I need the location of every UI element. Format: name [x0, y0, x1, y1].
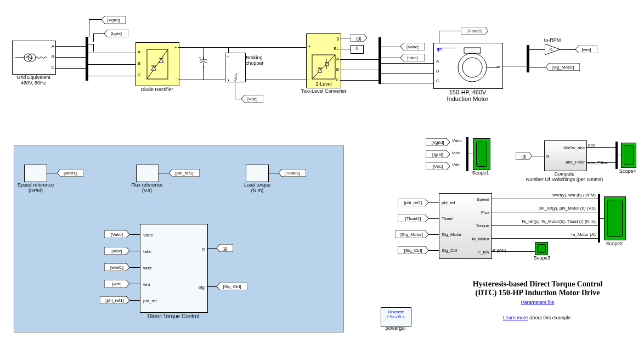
rectifier-label: Diode Rectifier [135, 87, 178, 92]
scope2-block[interactable] [604, 196, 626, 240]
port: C [436, 78, 439, 83]
braking-chopper-block[interactable]: + - Vdc [225, 53, 246, 82]
from-phiref1-dtc[interactable]: [phi_ref1] [100, 296, 129, 304]
powergui-label: powergui [381, 325, 410, 331]
port: B [336, 67, 339, 72]
motor-label: 150-HP, 460V Induction Motor [433, 89, 502, 102]
load-torque-label: Load torque (N.m) [238, 182, 276, 193]
scope3-block[interactable] [535, 242, 548, 255]
goto-wm[interactable]: [wm] [575, 46, 597, 53]
port: B [52, 54, 54, 59]
scope1-block[interactable] [473, 138, 490, 170]
diagram-title: Hysteresis-based Direct Torque Control (… [439, 280, 636, 297]
goto-g-dtc[interactable]: [g] [217, 244, 233, 252]
from-tload1[interactable]: [Tload1] [461, 27, 488, 35]
mux-bar [379, 37, 381, 84]
compute-switching-block[interactable]: g NbSw_abc abc_Filter [544, 140, 587, 171]
scope4-block[interactable] [621, 143, 636, 168]
braking-label: Braking chopper [246, 55, 273, 66]
port: - [176, 76, 177, 81]
goto-vgrid[interactable]: [Vgrid] [101, 16, 126, 24]
constant-zero[interactable]: 0 [351, 45, 364, 54]
gain-label: to-RPM [541, 37, 564, 43]
svg-marker-9 [159, 58, 163, 63]
port: B [138, 61, 140, 66]
from-wref1-dtc[interactable]: [wref1] [104, 263, 129, 271]
goto-sigctrl-dtc[interactable]: [Sig_Ctrl] [217, 283, 247, 290]
port: C [138, 72, 141, 77]
goto-iabc[interactable]: [Iabc] [400, 54, 425, 61]
port: - [308, 77, 310, 82]
port: A [336, 57, 339, 61]
speed-reference-block[interactable] [24, 165, 47, 182]
grid-label: Grid Equivalent 460V, 60Hz [12, 75, 55, 86]
goto-igrid[interactable]: [Igrid] [104, 30, 128, 37]
scope2-label: Scope2 [603, 241, 625, 246]
from-tload1-mon[interactable]: [Tload1] [398, 215, 428, 222]
induction-motor-block[interactable]: Tm A B C m [433, 43, 503, 89]
port: A [436, 59, 439, 64]
load-torque-block[interactable] [246, 165, 269, 182]
mux-bar [466, 137, 468, 171]
mux-bar [615, 142, 618, 169]
monitor-block[interactable]: phi_ref Tload Sig_Motor Sig_Ctrl Speed F… [439, 193, 492, 259]
goto-vabc[interactable]: [Vabc] [400, 43, 425, 50]
svg-rect-25 [464, 48, 481, 53]
scope4-label: Scope4 [617, 168, 639, 174]
from-iabc-dtc[interactable]: [Iabc] [104, 247, 129, 255]
from-wm-dtc[interactable]: [wm] [104, 280, 129, 288]
flux-ref-label: Flux reference (V.s) [127, 182, 167, 193]
port: BL [334, 46, 339, 51]
compute-label: Compute Number Of Switchings (per 100ms) [523, 171, 606, 182]
flux-reference-block[interactable] [136, 165, 159, 182]
from-vdc-s1[interactable]: [Vdc] [426, 162, 450, 170]
goto-phiref1-panel[interactable]: [phi_ref1] [169, 169, 200, 177]
from-g-compute[interactable]: [g] [516, 152, 532, 160]
parameters-link[interactable]: Parameters file [521, 300, 555, 305]
from-sigmotor-mon[interactable]: [Sig_Motor] [395, 230, 428, 238]
from-vabc-dtc[interactable]: [Vabc] [104, 230, 129, 238]
port: B [436, 69, 439, 74]
grid-equivalent-block[interactable]: A B C [12, 41, 56, 75]
converter-label: Two-Level Converter [296, 88, 351, 94]
from-sigctrl-mon[interactable]: [Sig_Ctrl] [398, 246, 428, 254]
port: C [336, 77, 339, 82]
goto-wref1-panel[interactable]: [wref1] [57, 169, 83, 177]
dtc-label: Direct Torque Control [140, 313, 207, 319]
goto-sigmotor[interactable]: [Sig_Motor] [546, 63, 580, 71]
simulink-canvas: A B C Grid Equivalent 460V, 60Hz [Vgrid]… [0, 0, 644, 355]
from-igrid-s1[interactable]: [Igrid] [426, 150, 450, 158]
rectifier-icon [136, 43, 179, 86]
learn-more-link[interactable]: Learn more [503, 315, 528, 320]
svg-marker-7 [151, 66, 156, 70]
svg-line-6 [147, 49, 168, 79]
mux-bar [86, 37, 88, 81]
port: A [52, 44, 54, 49]
from-vgrid-s1[interactable]: [Vgrid] [426, 138, 450, 146]
svg-text:+: + [199, 57, 201, 60]
speed-ref-label: Speed reference (RPM) [16, 182, 55, 193]
two-level-converter-block[interactable]: 2-Level + - g BL A B C [306, 33, 341, 88]
from-g[interactable]: [g] [351, 34, 367, 42]
gain-to-rpm[interactable]: -K- [545, 44, 560, 55]
scope3-label: Scope3 [531, 255, 553, 261]
port: + [308, 44, 311, 49]
goto-vdc[interactable]: [Vdc] [241, 95, 263, 103]
source-icon [13, 41, 55, 74]
port: g [337, 36, 339, 41]
svg-point-24 [462, 58, 482, 77]
goto-tload1-panel[interactable]: [Tload1] [279, 169, 306, 177]
from-phiref1-mon[interactable]: [phi_ref1] [398, 199, 428, 206]
port: C [51, 65, 54, 70]
dtc-block[interactable]: Vabc Iabc wref wm phi_ref g Sig [140, 224, 208, 313]
port: A [138, 49, 140, 54]
port: + [174, 45, 177, 50]
port: m [496, 64, 500, 69]
svg-line-17 [312, 55, 335, 79]
svg-marker-18 [318, 68, 322, 72]
powergui-block[interactable]: Discrete 2.5e-05 s. [381, 307, 411, 326]
diode-rectifier-block[interactable]: A B C + - [135, 42, 179, 86]
scope1-label: Scope1 [470, 170, 492, 176]
capacitor-icon: + [199, 57, 208, 68]
